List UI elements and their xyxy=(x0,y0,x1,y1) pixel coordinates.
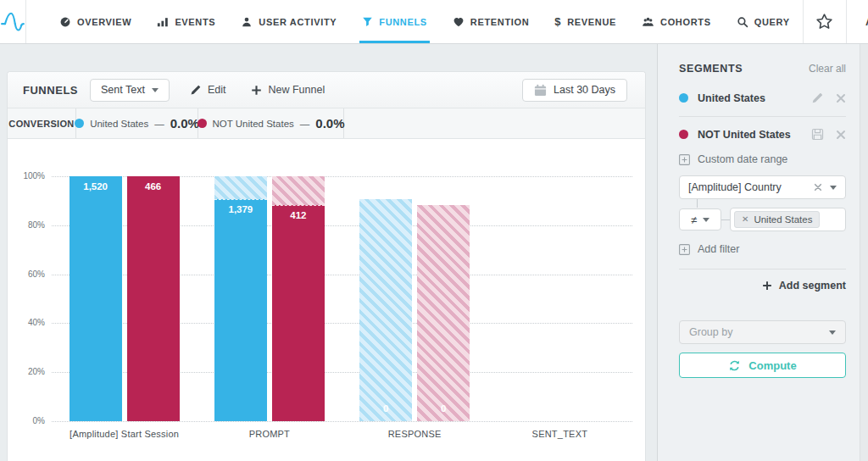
legend-separator: — xyxy=(300,119,310,129)
add-filter-button[interactable]: Add filter xyxy=(679,243,846,255)
nav-label: EVENTS xyxy=(175,17,215,27)
app-selector[interactable]: Amplitude Demo App xyxy=(847,0,868,43)
nav-tab-query[interactable]: QUERY xyxy=(724,0,803,43)
filter-operator-dropdown[interactable]: ≠ xyxy=(679,208,721,230)
remove-segment-button[interactable] xyxy=(836,130,846,140)
nav-tab-revenue[interactable]: $ REVENUE xyxy=(542,0,629,43)
custom-date-range-label: Custom date range xyxy=(698,153,787,165)
y-axis-tick-label: 80% xyxy=(11,220,45,230)
nav-tab-events[interactable]: EVENTS xyxy=(144,0,228,43)
filter-values-box[interactable]: ✕ United States xyxy=(730,208,846,231)
filter-connector-line xyxy=(721,219,730,220)
nav-label: USER ACTIVITY xyxy=(259,17,337,27)
funnel-bar-series2-step3[interactable]: 0 xyxy=(417,205,470,421)
segment-row-not-united-states: NOT United States xyxy=(679,128,846,141)
funnel-plot-area: 100%80%60%40%20%0%[Amplitude] Start Sess… xyxy=(52,176,632,421)
segment-actions xyxy=(811,128,846,141)
gauge-icon xyxy=(59,16,71,28)
filter-condition-row: ≠ ✕ United States xyxy=(679,208,846,231)
legend-value: 0.0% xyxy=(170,116,199,131)
unconverted-hatch-area xyxy=(214,176,267,199)
unconverted-hatch-area xyxy=(359,199,412,421)
legend-name: NOT United States xyxy=(213,119,294,129)
legend-dot xyxy=(75,119,84,128)
close-icon xyxy=(836,93,846,103)
tab-conversion[interactable]: CONVERSION xyxy=(8,108,76,138)
plus-box-icon xyxy=(679,154,690,165)
filter-value-chip: ✕ United States xyxy=(734,211,820,228)
save-icon xyxy=(811,128,824,141)
segment-dot xyxy=(679,130,688,139)
funnel-bar-series1-step1[interactable]: 1,520 xyxy=(70,176,122,421)
filter-property-dropdown[interactable]: [Amplitude] Country xyxy=(679,175,846,199)
clear-all-link[interactable]: Clear all xyxy=(809,63,846,75)
funnel-bar-series1-step3[interactable]: 0 xyxy=(359,199,412,421)
converted-solid-area xyxy=(127,176,180,421)
legend-name: United States xyxy=(90,119,148,129)
unconverted-hatch-area xyxy=(272,176,325,205)
heart-icon xyxy=(453,16,465,28)
edit-funnel-button[interactable]: Edit xyxy=(190,84,226,96)
divider xyxy=(679,269,846,269)
custom-date-range-button[interactable]: Custom date range xyxy=(679,153,846,165)
remove-segment-button[interactable] xyxy=(836,93,846,103)
funnel-bar-series2-step2[interactable]: 412 xyxy=(272,176,325,421)
clear-property-icon[interactable] xyxy=(814,183,822,192)
nav-label: QUERY xyxy=(754,17,790,27)
caret-down-icon xyxy=(830,186,837,190)
funnel-selector-value: Sent Text xyxy=(101,84,145,96)
conversion-bar: CONVERSION United States — 0.0% NOT Unit… xyxy=(8,108,645,139)
new-funnel-button[interactable]: New Funnel xyxy=(251,84,325,96)
calendar-icon xyxy=(534,84,547,97)
legend-item-not-united-states[interactable]: NOT United States — 0.0% xyxy=(198,108,344,138)
x-axis-category-label: RESPONSE xyxy=(342,429,487,439)
filter-connector-line xyxy=(697,199,846,208)
star-icon xyxy=(815,13,833,31)
nav-tab-overview[interactable]: OVERVIEW xyxy=(47,0,144,43)
x-axis-category-label: SENT_TEXT xyxy=(487,429,632,439)
date-range-button[interactable]: Last 30 Days xyxy=(522,79,627,102)
nav-tab-cohorts[interactable]: COHORTS xyxy=(629,0,724,43)
funnel-panel: FUNNELS Sent Text Edit New Funnel Last 3… xyxy=(7,71,646,461)
nav-tab-funnels[interactable]: FUNNELS xyxy=(349,0,440,43)
compute-label: Compute xyxy=(748,359,796,372)
close-icon xyxy=(836,130,846,140)
legend-item-united-states[interactable]: United States — 0.0% xyxy=(76,108,198,138)
segment-name: United States xyxy=(698,92,765,104)
sidebar-scrollbar[interactable] xyxy=(860,44,868,461)
y-axis-tick-label: 60% xyxy=(11,269,45,279)
filter-property-value: [Amplitude] Country xyxy=(688,181,782,193)
workspace: FUNNELS Sent Text Edit New Funnel Last 3… xyxy=(0,44,868,461)
nav-tab-retention[interactable]: RETENTION xyxy=(440,0,542,43)
legend-value: 0.0% xyxy=(315,116,344,131)
remove-value-icon[interactable]: ✕ xyxy=(742,215,748,224)
nav-label: COHORTS xyxy=(660,17,711,27)
amplitude-logo[interactable] xyxy=(0,0,26,43)
funnel-toolbar: FUNNELS Sent Text Edit New Funnel Last 3… xyxy=(8,72,645,108)
edit-segment-button[interactable] xyxy=(811,92,824,104)
funnel-selector-dropdown[interactable]: Sent Text xyxy=(90,79,170,102)
bar-value-label: 0 xyxy=(417,403,470,414)
date-range-label: Last 30 Days xyxy=(554,84,615,96)
nav-tab-user-activity[interactable]: USER ACTIVITY xyxy=(228,0,349,43)
save-segment-button[interactable] xyxy=(811,128,824,141)
favorite-button[interactable] xyxy=(804,0,846,43)
nav-label: FUNNELS xyxy=(379,17,427,27)
add-segment-button[interactable]: Add segment xyxy=(679,280,846,292)
legend-separator: — xyxy=(154,119,164,129)
funnel-bar-series1-step2[interactable]: 1,379 xyxy=(214,176,267,421)
nav-right: Amplitude Demo App xyxy=(803,0,868,43)
converted-solid-area xyxy=(70,176,122,421)
bar-value-label: 1,379 xyxy=(214,204,267,214)
group-by-dropdown[interactable]: Group by xyxy=(679,320,846,344)
bar-value-label: 1,520 xyxy=(70,181,122,192)
segment-row-united-states: United States xyxy=(679,92,846,104)
people-group-icon xyxy=(642,16,654,28)
add-segment-label: Add segment xyxy=(779,280,846,292)
funnel-bar-series2-step1[interactable]: 466 xyxy=(127,176,180,421)
segment-actions xyxy=(811,92,846,104)
x-axis-category-label: [Amplitude] Start Session xyxy=(52,429,197,439)
compute-button[interactable]: Compute xyxy=(679,353,846,378)
pencil-icon xyxy=(811,92,824,104)
add-filter-label: Add filter xyxy=(698,243,739,255)
